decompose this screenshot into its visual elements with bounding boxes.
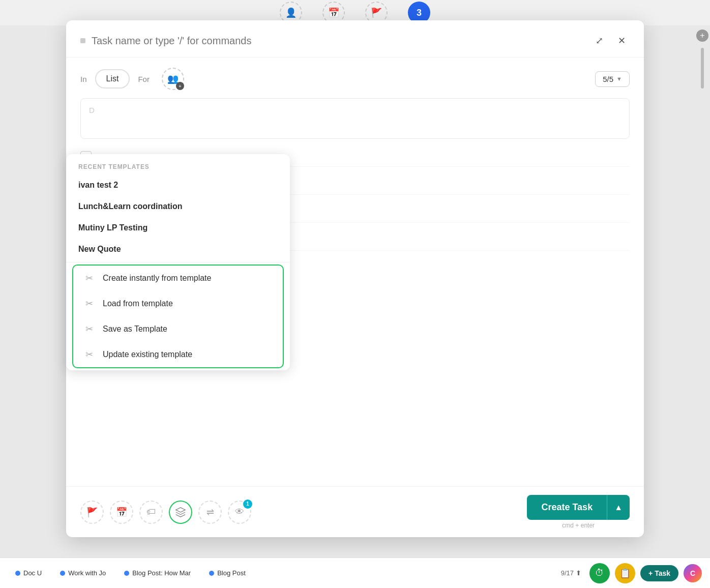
taskbar: Doc U Work with Jo Blog Post: How Mar Bl… <box>0 557 710 588</box>
update-template-icon: ✂ <box>83 349 95 360</box>
right-scrollbar: + <box>695 25 710 557</box>
create-instantly-icon: ✂ <box>83 273 95 284</box>
clipboard-btn[interactable]: 📋 <box>615 563 635 583</box>
taskbar-tab-0[interactable]: Doc U <box>8 566 49 580</box>
add-assignee-icon: + <box>176 82 184 90</box>
load-template-icon: ✂ <box>83 298 95 309</box>
create-task-button[interactable]: Create Task <box>527 495 607 520</box>
watch-toolbar-btn[interactable]: 👁 1 <box>228 501 251 524</box>
assignee-section: 👥 + <box>162 68 184 90</box>
dropdown-section-title: RECENT TEMPLATES <box>66 154 290 174</box>
create-task-btn-row: Create Task ▲ <box>527 495 630 520</box>
task-name-input[interactable] <box>92 35 585 47</box>
taskbar-tab-3[interactable]: Blog Post <box>202 566 253 580</box>
load-from-template-action[interactable]: ✂ Load from template <box>73 291 283 316</box>
modal-body: In List For 👥 + 5/5 ▼ RECENT TEMPLATES i… <box>66 57 644 486</box>
tab-label-0: Doc U <box>23 569 42 577</box>
create-task-arrow-button[interactable]: ▲ <box>607 495 630 520</box>
watcher-badge: 1 <box>243 499 252 509</box>
taskbar-tab-1[interactable]: Work with Jo <box>53 566 113 580</box>
taskbar-right: ⏱ 📋 + Task C <box>589 563 702 583</box>
add-task-label: + Task <box>648 569 670 577</box>
template-item-1[interactable]: Lunch&Learn coordination <box>66 196 290 217</box>
timer-btn[interactable]: ⏱ <box>589 563 610 583</box>
load-template-label: Load from template <box>103 299 173 308</box>
app-logo[interactable]: C <box>684 564 702 582</box>
template-item-0[interactable]: ivan test 2 <box>66 174 290 196</box>
taskbar-tab-2[interactable]: Blog Post: How Mar <box>117 566 198 580</box>
action-items-section: ✂ Create instantly from template ✂ Load … <box>72 264 284 368</box>
task-type-indicator <box>80 38 85 43</box>
create-instantly-label: Create instantly from template <box>103 274 211 283</box>
tab-dot-1 <box>60 571 65 576</box>
modal-footer: 🚩 📅 🏷 ⇌ 👁 1 Create Task ▲ cmd + ente <box>66 486 644 537</box>
counter-value: 9/17 <box>561 569 574 577</box>
meta-row: In List For 👥 + 5/5 ▼ <box>80 68 630 90</box>
create-task-modal: ⤢ ✕ In List For 👥 + 5/5 ▼ RECENT TEMPLAT… <box>66 20 644 537</box>
dropdown-divider <box>66 262 290 262</box>
scrollbar-add-btn[interactable]: + <box>696 30 708 42</box>
description-area[interactable]: D <box>80 98 630 139</box>
toolbar-icons: 🚩 📅 🏷 ⇌ 👁 1 <box>80 501 251 524</box>
save-as-template-action[interactable]: ✂ Save as Template <box>73 316 283 342</box>
save-template-icon: ✂ <box>83 324 95 335</box>
expand-icon[interactable]: ⤢ <box>591 33 607 49</box>
tab-label-2: Blog Post: How Mar <box>132 569 191 577</box>
calendar-toolbar-btn[interactable]: 📅 <box>110 501 133 524</box>
count-arrow-icon: ▼ <box>616 76 622 82</box>
tab-label-1: Work with Jo <box>68 569 106 577</box>
list-selector[interactable]: List <box>95 69 130 89</box>
tab-label-3: Blog Post <box>217 569 246 577</box>
create-task-group: Create Task ▲ cmd + enter <box>527 495 630 529</box>
save-template-label: Save as Template <box>103 325 167 334</box>
close-icon[interactable]: ✕ <box>613 33 630 49</box>
taskbar-counter: 9/17 ⬆ <box>561 569 581 577</box>
tab-dot-3 <box>209 571 214 576</box>
link-toolbar-btn[interactable]: ⇌ <box>198 501 222 524</box>
flag-toolbar-btn[interactable]: 🚩 <box>80 501 104 524</box>
create-task-hint: cmd + enter <box>562 522 595 529</box>
modal-header: ⤢ ✕ <box>66 20 644 57</box>
update-template-label: Update existing template <box>103 350 192 359</box>
counter-arrow-icon: ⬆ <box>576 569 581 577</box>
create-instantly-action[interactable]: ✂ Create instantly from template <box>73 266 283 291</box>
count-selector[interactable]: 5/5 ▼ <box>595 71 630 87</box>
add-task-btn[interactable]: + Task <box>640 565 678 581</box>
tab-dot-0 <box>15 571 20 576</box>
tab-dot-2 <box>124 571 129 576</box>
template-item-3[interactable]: New Quote <box>66 239 290 260</box>
count-value: 5/5 <box>603 75 613 83</box>
description-placeholder: D <box>89 106 95 114</box>
assignee-avatar[interactable]: 👥 + <box>162 68 184 90</box>
template-toolbar-btn[interactable] <box>169 501 192 524</box>
update-template-action[interactable]: ✂ Update existing template <box>73 342 283 367</box>
template-dropdown: RECENT TEMPLATES ivan test 2 Lunch&Learn… <box>66 154 290 370</box>
scrollbar-thumb <box>701 48 704 89</box>
template-item-2[interactable]: Mutiny LP Testing <box>66 217 290 239</box>
modal-header-actions: ⤢ ✕ <box>591 33 630 49</box>
tag-toolbar-btn[interactable]: 🏷 <box>139 501 163 524</box>
in-label: In <box>80 75 87 83</box>
for-label: For <box>138 75 150 83</box>
